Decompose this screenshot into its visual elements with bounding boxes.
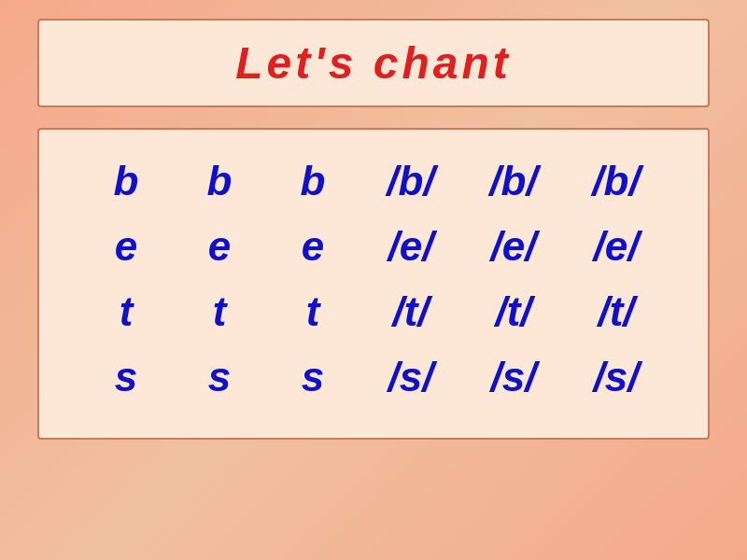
title-text: Let's chant bbox=[235, 38, 511, 88]
title-box: Let's chant bbox=[37, 19, 710, 107]
phoneme-t-1: /t/ bbox=[359, 288, 462, 335]
phoneme-e-1: /e/ bbox=[359, 223, 462, 270]
phoneme-e-3: /e/ bbox=[565, 223, 668, 270]
chant-row-e: e e e /e/ /e/ /e/ bbox=[67, 214, 680, 279]
letter-t-2: t bbox=[173, 288, 266, 335]
letter-e-3: e bbox=[266, 223, 359, 270]
phoneme-b-1: /b/ bbox=[359, 158, 462, 204]
letter-t-1: t bbox=[79, 288, 173, 335]
chant-row-s: s s s /s/ /s/ /s/ bbox=[67, 344, 680, 410]
phoneme-t-2: /t/ bbox=[462, 288, 565, 335]
chant-box: b b b /b/ /b/ /b/ e e e /e/ /e/ /e/ t t … bbox=[37, 128, 710, 440]
letter-b-1: b bbox=[79, 158, 173, 204]
letter-e-2: e bbox=[173, 223, 266, 270]
letter-s-3: s bbox=[266, 354, 359, 400]
letter-s-2: s bbox=[173, 354, 266, 400]
chant-row-b: b b b /b/ /b/ /b/ bbox=[67, 148, 680, 214]
letter-b-3: b bbox=[266, 158, 359, 204]
phoneme-e-2: /e/ bbox=[462, 223, 565, 270]
phoneme-s-3: /s/ bbox=[565, 354, 668, 400]
phoneme-b-3: /b/ bbox=[565, 158, 668, 204]
phoneme-b-2: /b/ bbox=[462, 158, 565, 204]
phoneme-s-2: /s/ bbox=[462, 354, 565, 400]
letter-b-2: b bbox=[173, 158, 266, 204]
phoneme-s-1: /s/ bbox=[359, 354, 462, 400]
chant-row-t: t t t /t/ /t/ /t/ bbox=[67, 279, 680, 344]
phoneme-t-3: /t/ bbox=[565, 288, 668, 335]
letter-t-3: t bbox=[266, 288, 359, 335]
letter-s-1: s bbox=[79, 354, 173, 400]
letter-e-1: e bbox=[79, 223, 173, 270]
